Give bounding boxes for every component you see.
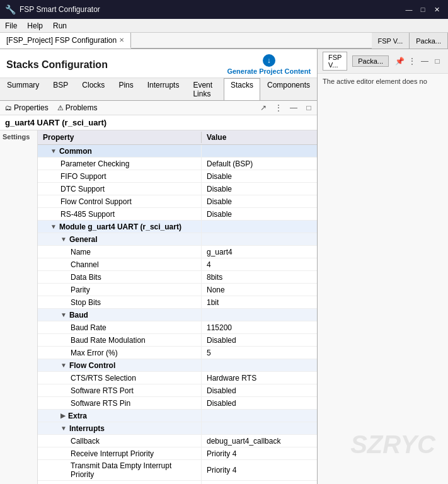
row-data-bits[interactable]: Data Bits 8bits: [38, 271, 317, 284]
val-col: Disabled: [202, 334, 317, 346]
menu-run[interactable]: Run: [48, 19, 72, 32]
val-col: 115200: [202, 321, 317, 333]
minimize-panel-icon[interactable]: —: [288, 102, 299, 113]
val-col: 1bit: [202, 296, 317, 308]
split-container: Stacks Configuration ↓ Generate Project …: [0, 49, 448, 484]
row-max-error[interactable]: Max Error (%) 5: [38, 347, 317, 359]
properties-tab[interactable]: 🗂 Properties: [3, 103, 51, 113]
row-extra[interactable]: ▶ Extra: [38, 410, 317, 422]
row-label: RS-485 Support: [60, 210, 115, 219]
tab-label-packa: Packa...: [416, 37, 441, 45]
val-col: [202, 309, 317, 321]
prop-col: Flow Control Support: [38, 195, 202, 207]
val-col: Priority 4: [202, 460, 317, 480]
row-cts-rts[interactable]: CTS/RTS Selection Hardware RTS: [38, 372, 317, 384]
maximize-right-icon[interactable]: □: [432, 55, 443, 67]
tab-event-links[interactable]: Event Links: [186, 78, 224, 100]
maximize-button[interactable]: □: [416, 3, 429, 16]
row-label: Parameter Checking: [60, 159, 129, 168]
maximize-panel-icon[interactable]: □: [303, 102, 314, 113]
properties-icon: 🗂: [5, 104, 12, 112]
fsp-v-tab[interactable]: FSP V...: [323, 52, 347, 71]
minimize-button[interactable]: —: [403, 3, 415, 16]
menu-file[interactable]: File: [0, 19, 22, 32]
tab-stacks[interactable]: Stacks: [224, 78, 260, 100]
close-icon[interactable]: ✕: [119, 37, 124, 43]
val-col: 4: [202, 258, 317, 270]
tab-pins[interactable]: Pins: [112, 78, 140, 100]
open-editor-icon[interactable]: ↗: [258, 102, 269, 113]
row-baud-mod[interactable]: Baud Rate Modulation Disabled: [38, 334, 317, 347]
row-name[interactable]: Name g_uart4: [38, 246, 317, 258]
row-callback[interactable]: Callback debug_uart4_callback: [38, 435, 317, 447]
row-general[interactable]: ▼ General: [38, 233, 317, 246]
nav-tabs: Summary BSP Clocks Pins Interrupts Event…: [0, 78, 317, 101]
row-stop-bits[interactable]: Stop Bits 1bit: [38, 296, 317, 309]
prop-col: Baud Rate Modulation: [38, 334, 202, 346]
row-parity[interactable]: Parity None: [38, 284, 317, 296]
row-label: Transmit Data Empty Interrupt Priority: [71, 461, 196, 479]
content-area: Settings Property Value ▼ Common Param: [0, 130, 317, 484]
row-channel[interactable]: Channel 4: [38, 258, 317, 271]
tab-summary[interactable]: Summary: [0, 78, 46, 100]
row-tx-end-pri[interactable]: Transmit End Interrupt Priority Priority…: [38, 481, 317, 484]
packa-tab[interactable]: Packa...: [352, 55, 389, 67]
row-sw-rts-pin[interactable]: Software RTS Pin Disabled: [38, 397, 317, 410]
row-label: Channel: [71, 260, 99, 269]
tab-fsp-project[interactable]: [FSP_Project] FSP Configuration ✕: [0, 33, 131, 49]
stacks-header: Stacks Configuration ↓ Generate Project …: [0, 49, 317, 78]
expand-icon: ▼: [60, 236, 67, 243]
tab-components[interactable]: Components: [260, 78, 317, 100]
title-bar-text: FSP Smart Configurator: [20, 5, 399, 14]
row-label: Software RTS Pin: [71, 399, 130, 408]
prop-col: ▶ Extra: [38, 410, 202, 422]
tab-label: [FSP_Project] FSP Configuration: [6, 36, 117, 45]
val-col: [202, 359, 317, 371]
row-baud[interactable]: ▼ Baud: [38, 309, 317, 321]
menu-bar: File Help Run: [0, 19, 448, 33]
menu-icon[interactable]: ⋮: [273, 102, 284, 113]
row-baud-rate[interactable]: Baud Rate 115200: [38, 321, 317, 334]
header-property: Property: [38, 132, 202, 143]
row-param-checking[interactable]: Parameter Checking Default (BSP): [38, 158, 317, 170]
menu-right-icon[interactable]: ⋮: [406, 55, 418, 67]
problems-tab[interactable]: ⚠ Problems: [55, 103, 100, 113]
minimize-right-icon[interactable]: —: [419, 55, 430, 67]
prop-col: Transmit End Interrupt Priority: [38, 481, 202, 484]
tab-label-fspv: FSP V...: [378, 37, 403, 45]
prop-col: Software RTS Port: [38, 384, 202, 396]
row-label: Extra: [68, 412, 87, 420]
row-module[interactable]: ▼ Module g_uart4 UART (r_sci_uart): [38, 221, 317, 233]
generate-button[interactable]: ↓ Generate Project Content: [227, 54, 311, 75]
row-tx-empty-pri[interactable]: Transmit Data Empty Interrupt Priority P…: [38, 460, 317, 481]
pin-icon[interactable]: 📌: [394, 55, 405, 67]
row-label: Receive Interrupt Priority: [71, 449, 154, 458]
right-panel-content: The active editor element does no: [318, 74, 448, 89]
row-sw-rts-port[interactable]: Software RTS Port Disabled: [38, 384, 317, 397]
tab-interrupts[interactable]: Interrupts: [141, 78, 187, 100]
prop-col: Data Bits: [38, 271, 202, 283]
row-flow-ctrl-support[interactable]: Flow Control Support Disable: [38, 195, 317, 208]
tab-bsp[interactable]: BSP: [46, 78, 75, 100]
prop-header: Property Value: [38, 130, 317, 145]
right-panel-header: FSP V... Packa... 📌 ⋮ — □: [318, 49, 448, 74]
val-col: [202, 145, 317, 157]
close-button[interactable]: ✕: [430, 3, 443, 16]
problems-icon: ⚠: [57, 104, 64, 112]
menu-help[interactable]: Help: [22, 19, 48, 32]
row-label: Data Bits: [71, 273, 101, 282]
tab-packa[interactable]: Packa...: [410, 33, 448, 49]
row-rx-pri[interactable]: Receive Interrupt Priority Priority 4: [38, 447, 317, 460]
tab-clocks[interactable]: Clocks: [75, 78, 112, 100]
row-dtc[interactable]: DTC Support Disable: [38, 183, 317, 195]
row-flow-ctrl[interactable]: ▼ Flow Control: [38, 359, 317, 372]
tab-fsp-v[interactable]: FSP V...: [372, 33, 410, 49]
row-fifo[interactable]: FIFO Support Disable: [38, 170, 317, 183]
row-rs485[interactable]: RS-485 Support Disable: [38, 208, 317, 221]
expand-icon: ▼: [60, 311, 67, 318]
stacks-title: Stacks Configuration: [6, 59, 108, 71]
row-interrupts[interactable]: ▼ Interrupts: [38, 422, 317, 435]
row-label: Interrupts: [69, 424, 105, 433]
row-common[interactable]: ▼ Common: [38, 145, 317, 158]
header-value: Value: [202, 132, 317, 143]
